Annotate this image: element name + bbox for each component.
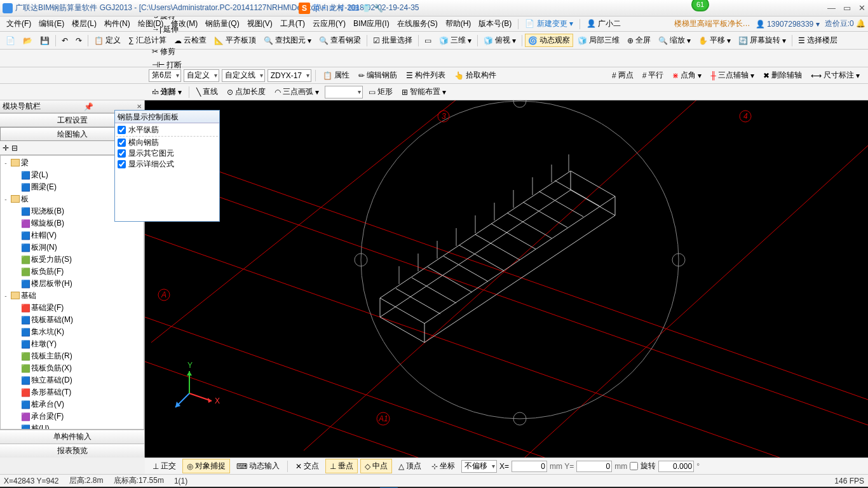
tree-柱帽(V)[interactable]: 🟦柱帽(V) bbox=[1, 229, 144, 241]
batch-select-button[interactable]: ☑ 批量选择 bbox=[370, 34, 416, 47]
tab-single-input[interactable]: 单构件输入 bbox=[0, 430, 144, 444]
menu-编辑(E)[interactable]: 编辑(E) bbox=[35, 18, 68, 29]
osnap-button[interactable]: ◎ 对象捕捉 bbox=[182, 459, 230, 473]
flat-top-button[interactable]: 📐 平齐板顶 bbox=[211, 34, 259, 47]
ime-dot[interactable]: • bbox=[323, 4, 325, 13]
ime-lang[interactable]: 英 bbox=[313, 3, 320, 13]
type-combo[interactable]: 自定义 bbox=[184, 69, 219, 82]
code-combo[interactable]: ZDYX-17 bbox=[268, 69, 311, 82]
sidebar-close-icon[interactable]: ✕ bbox=[137, 103, 142, 110]
select-button[interactable]: ▭ 选择 ▾ bbox=[149, 85, 185, 98]
screen-rotate-button[interactable]: 🔄 屏幕旋转 ▾ bbox=[735, 34, 789, 47]
new-change-button[interactable]: 📄 新建变更 ▾ bbox=[521, 17, 577, 30]
zoom-button[interactable]: 🔍 缩放 ▾ bbox=[655, 34, 694, 47]
pan-button[interactable]: ✋ 平移 ▾ bbox=[695, 34, 734, 47]
tree-柱墩(Y)[interactable]: 🟦柱墩(Y) bbox=[1, 338, 144, 350]
floor-combo[interactable]: 第6层 bbox=[149, 69, 181, 82]
three-point-button[interactable]: ╫ 三点辅轴 ▾ bbox=[707, 69, 757, 82]
line-button[interactable]: ╲ 直线 bbox=[193, 85, 221, 98]
sidebar-pin-icon[interactable]: 📌 bbox=[84, 102, 93, 111]
tree-板洞(N)[interactable]: 🟦板洞(N) bbox=[1, 241, 144, 254]
open-icon[interactable]: 📂 bbox=[20, 35, 36, 46]
tree-基础[interactable]: -基础 bbox=[1, 290, 144, 302]
close-button[interactable]: ✕ bbox=[858, 3, 865, 13]
undo-icon[interactable]: ↶ bbox=[58, 35, 71, 46]
pick-comp-button[interactable]: 👆 拾取构件 bbox=[451, 69, 499, 82]
smart-layout-button[interactable]: ⊞ 智能布置 ▾ bbox=[398, 85, 449, 98]
new-icon[interactable]: 📄 bbox=[3, 35, 18, 46]
save-icon[interactable]: 💾 bbox=[37, 35, 53, 46]
rebar-display-panel[interactable]: 钢筋显示控制面板 水平纵筋 横向钢筋 显示其它图元 显示详细公式 bbox=[114, 110, 220, 222]
ime-skin-icon[interactable]: 👕 bbox=[362, 4, 371, 13]
tree-独立基础(D)[interactable]: 🟦独立基础(D) bbox=[1, 374, 144, 386]
fullscreen-button[interactable]: ⊕ 全屏 bbox=[624, 34, 654, 47]
edit-rebar-button[interactable]: ✏ 编辑钢筋 bbox=[355, 69, 400, 82]
menu-帮助(H)[interactable]: 帮助(H) bbox=[442, 18, 475, 29]
menu-文件(F)[interactable]: 文件(F) bbox=[3, 18, 35, 29]
y-input[interactable] bbox=[576, 461, 612, 472]
tree-承台梁(F)[interactable]: 🟪承台梁(F) bbox=[1, 410, 144, 423]
menu-版本号(B)[interactable]: 版本号(B) bbox=[475, 18, 515, 29]
menu-钢筋量(Q)[interactable]: 钢筋量(Q) bbox=[201, 18, 243, 29]
stair-info[interactable]: 楼梯里高端平板净长是.. bbox=[674, 18, 750, 29]
parallel-button[interactable]: # 平行 bbox=[639, 69, 667, 82]
dynamic-view-button[interactable]: 🌀 动态观察 bbox=[525, 34, 573, 47]
collapse-icon[interactable]: ⊟ bbox=[11, 144, 18, 152]
menu-构件(N)[interactable]: 构件(N) bbox=[100, 18, 134, 29]
tree-桩承台(V)[interactable]: 🟦桩承台(V) bbox=[1, 398, 144, 410]
panel-title[interactable]: 钢筋显示控制面板 bbox=[115, 111, 219, 123]
chk-横向钢筋[interactable]: 横向钢筋 bbox=[116, 137, 218, 148]
attr-button[interactable]: 📋 属性 bbox=[320, 69, 353, 82]
view-steel-button[interactable]: 🔍 查看钢梁 bbox=[316, 34, 364, 47]
menu-BIM应用(I)[interactable]: BIM应用(I) bbox=[349, 18, 393, 29]
minimize-button[interactable]: — bbox=[827, 3, 836, 13]
ortho-button[interactable]: ⊥ 正交 bbox=[149, 459, 180, 473]
vertex-button[interactable]: △ 顶点 bbox=[395, 459, 425, 473]
tab-report-preview[interactable]: 报表预览 bbox=[0, 444, 144, 458]
dimension-button[interactable]: ⟷ 尺寸标注 ▾ bbox=[808, 69, 863, 82]
menu-楼层(L)[interactable]: 楼层(L) bbox=[68, 18, 100, 29]
point-angle-button[interactable]: ⋇ 点角 ▾ bbox=[669, 69, 705, 82]
phone-label[interactable]: 👤 13907298339 ▾ bbox=[756, 20, 820, 29]
rotate-input[interactable] bbox=[658, 461, 694, 472]
perp-button[interactable]: ⊥ 垂点 bbox=[325, 459, 358, 473]
2d-icon[interactable]: ▭ bbox=[421, 35, 435, 46]
maximize-button[interactable]: ▭ bbox=[843, 3, 851, 13]
tree-楼层板带(H)[interactable]: 🟦楼层板带(H) bbox=[1, 278, 144, 290]
dyn-input-button[interactable]: ⌨ 动态输入 bbox=[233, 459, 283, 473]
select-floor-button[interactable]: ☰ 选择楼层 bbox=[795, 34, 841, 47]
chk-显示详细公式[interactable]: 显示详细公式 bbox=[116, 159, 218, 170]
local-3d-button[interactable]: 🧊 局部三维 bbox=[574, 34, 623, 47]
tree-筏板基础(M)[interactable]: 🟦筏板基础(M) bbox=[1, 314, 144, 326]
tree-板负筋(F)[interactable]: 🟩板负筋(F) bbox=[1, 266, 144, 278]
chk-显示其它图元[interactable]: 显示其它图元 bbox=[116, 148, 218, 159]
rotate-checkbox[interactable] bbox=[630, 462, 638, 470]
top-view-button[interactable]: 🧊 俯视 ▾ bbox=[480, 34, 519, 47]
expand-icon[interactable]: ✛ bbox=[3, 144, 9, 152]
tree-筏板负筋(X)[interactable]: 🟩筏板负筋(X) bbox=[1, 362, 144, 374]
ime-tool-icon[interactable]: 🔧 bbox=[374, 4, 383, 13]
shape-combo[interactable] bbox=[325, 86, 363, 98]
ime-s-icon[interactable]: S bbox=[299, 3, 310, 14]
tree-条形基础(T)[interactable]: 🟥条形基础(T) bbox=[1, 386, 144, 398]
ime-smile-icon[interactable]: ☺ bbox=[328, 4, 336, 13]
intersection-button[interactable]: ✕ 交点 bbox=[292, 459, 323, 473]
ime-mic-icon[interactable]: 🎙 bbox=[338, 4, 346, 13]
define-button[interactable]: 📋 定义 bbox=[91, 34, 124, 47]
find-elem-button[interactable]: 🔍 查找图元 ▾ bbox=[261, 34, 315, 47]
tree-板受力筋(S)[interactable]: 🟩板受力筋(S) bbox=[1, 254, 144, 266]
coord-button[interactable]: ⊹ 坐标 bbox=[428, 459, 459, 473]
edit-延伸[interactable]: →| 延伸 bbox=[149, 23, 195, 36]
price-bean[interactable]: 造价豆:0 🔔 bbox=[825, 18, 865, 29]
ime-kbd-icon[interactable]: ⌨ bbox=[348, 4, 359, 13]
3d-button[interactable]: 🧊 三维 ▾ bbox=[436, 34, 475, 47]
3d-viewport[interactable]: 3 4 A A1 bbox=[145, 100, 868, 458]
ar
 three-point-arc-button[interactable]: ◠ 三点画弧 ▾ bbox=[271, 85, 322, 98]
user-label[interactable]: 👤 广小二 bbox=[583, 17, 625, 30]
green-badge[interactable]: 61 bbox=[691, 0, 709, 11]
menu-工具(T)[interactable]: 工具(T) bbox=[276, 18, 309, 29]
redo-icon[interactable]: ↷ bbox=[72, 35, 85, 46]
tree-筏板主筋(R)[interactable]: 🟩筏板主筋(R) bbox=[1, 350, 144, 362]
x-input[interactable] bbox=[512, 461, 547, 472]
line-combo[interactable]: 自定义线 bbox=[222, 69, 265, 82]
